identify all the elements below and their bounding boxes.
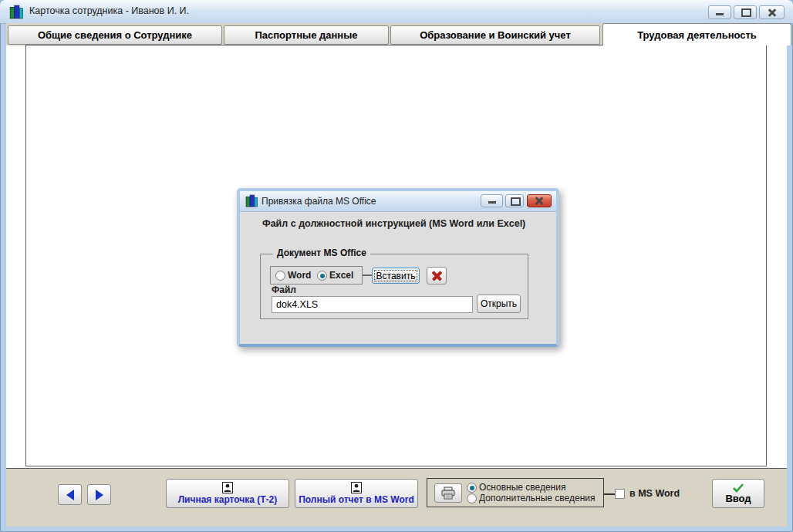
close-button[interactable] [759, 5, 785, 19]
tab-labor-activity[interactable]: Трудовая деятельность [602, 23, 791, 45]
word-radio[interactable] [275, 271, 285, 281]
person-card-icon [222, 482, 233, 493]
print-main-radio[interactable] [467, 483, 477, 493]
books-icon [9, 5, 24, 19]
prev-record-button[interactable] [58, 484, 82, 505]
dialog-maximize-button[interactable] [505, 194, 524, 207]
dialog-close-button[interactable] [527, 194, 552, 207]
arrow-left-icon [66, 490, 74, 500]
print-additional-radio[interactable] [467, 493, 477, 503]
next-record-button[interactable] [87, 484, 111, 505]
tab-strip: Общие сведения о Сотруднике Паспортные д… [6, 23, 787, 45]
file-label: Файл [272, 284, 318, 296]
msword-checkbox-label: в MS Word [629, 486, 691, 501]
connector-line [363, 274, 372, 276]
dialog-title-bar: Привязка файла MS Office [240, 191, 556, 212]
books-icon [245, 194, 258, 207]
word-radio-label: Word [288, 267, 319, 284]
client-area: Общие сведения о Сотруднике Паспортные д… [6, 23, 787, 527]
print-additional-label: Дополнительные сведения [479, 490, 602, 506]
open-file-button[interactable]: Открыть [477, 295, 521, 313]
connector-line [604, 493, 615, 495]
tab-passport[interactable]: Паспортные данные [224, 25, 389, 45]
dialog-minimize-button[interactable] [481, 194, 503, 207]
insert-button[interactable]: Вставить [372, 268, 420, 284]
ms-office-link-dialog: Привязка файла MS Office Файл с должност… [237, 188, 559, 347]
maximize-button[interactable] [734, 5, 757, 19]
minimize-button[interactable] [708, 5, 731, 19]
window-title: Карточка сотрудника - Иванов И. И. [29, 5, 189, 16]
dialog-title: Привязка файла MS Office [262, 196, 376, 207]
excel-radio[interactable] [317, 271, 327, 281]
arrow-right-icon [96, 490, 103, 500]
delete-link-button[interactable] [427, 267, 447, 285]
dialog-heading: Файл с должностной инструкцией (MS Word … [262, 216, 548, 231]
ms-office-document-group: Документ MS Office Word Excel Вставить Ф… [260, 254, 528, 319]
title-bar: Карточка сотрудника - Иванов И. И. [0, 0, 793, 24]
print-button[interactable] [434, 483, 462, 503]
file-path-field[interactable]: dok4.XLS [272, 296, 473, 313]
tab-general[interactable]: Общие сведения о Сотруднике [8, 25, 222, 45]
printer-icon [440, 487, 456, 500]
person-card-icon [351, 482, 362, 493]
group-legend: Документ MS Office [273, 247, 370, 258]
enter-button[interactable]: Ввод [712, 479, 764, 508]
app-window: Карточка сотрудника - Иванов И. И. Общие… [0, 0, 793, 532]
personal-card-t2-button[interactable]: Личная карточка (Т-2) [166, 479, 289, 508]
msword-checkbox[interactable] [615, 489, 625, 499]
full-report-word-button[interactable]: Полный отчет в MS Word [295, 479, 418, 508]
excel-radio-label: Excel [329, 267, 362, 284]
check-icon [732, 483, 744, 493]
format-radio-box: Word Excel [270, 266, 363, 285]
tab-education[interactable]: Образование и Воинский учет [390, 25, 600, 45]
